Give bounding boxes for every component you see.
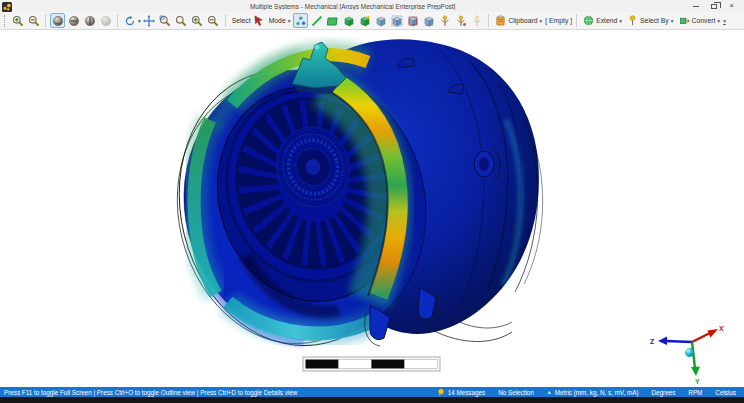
restore-button[interactable] bbox=[711, 4, 717, 9]
face-select-icon[interactable] bbox=[325, 13, 340, 28]
units-menu[interactable]: ▲ Metric (mm, kg, N, s, mV, mA) bbox=[547, 389, 639, 396]
previous-view-icon[interactable] bbox=[98, 13, 113, 28]
triad-origin-sphere bbox=[685, 348, 694, 357]
pick-body-icon[interactable] bbox=[357, 13, 372, 28]
messages-count: 14 Messages bbox=[448, 389, 485, 396]
toolbar-separator bbox=[488, 14, 489, 27]
select-by-dropdown-icon: ▾ bbox=[671, 18, 674, 24]
select-by-pin-icon bbox=[627, 15, 638, 26]
disabled-tool-icon bbox=[469, 13, 484, 28]
status-bar: Press F11 to toggle Full Screen | Press … bbox=[0, 387, 744, 397]
zoom-mode-icon[interactable] bbox=[82, 13, 97, 28]
triad-z-label: Z bbox=[650, 338, 655, 345]
triad-y-label: Y bbox=[695, 378, 700, 385]
rotate-mode-icon[interactable] bbox=[50, 13, 65, 28]
close-button[interactable]: × bbox=[729, 2, 734, 10]
toolbar-separator bbox=[45, 14, 46, 27]
toolbar-overflow-icon[interactable]: ▾ bbox=[723, 18, 726, 24]
clipboard-label: Clipboard bbox=[508, 17, 537, 24]
clipboard-state: [ Empty ] bbox=[545, 17, 572, 24]
toolbar-separator bbox=[576, 14, 577, 27]
units-label: Metric (mm, kg, N, s, mV, mA) bbox=[555, 389, 639, 396]
select-by-dropdown[interactable]: Select By ▾ bbox=[625, 15, 675, 26]
box-select-icon[interactable] bbox=[389, 13, 404, 28]
single-select-icon[interactable] bbox=[373, 13, 388, 28]
engine-model[interactable] bbox=[156, 39, 543, 366]
extend-icon bbox=[583, 15, 594, 26]
messages-button[interactable]: 14 Messages bbox=[437, 388, 485, 396]
isometric-dropdown-icon[interactable]: ▾ bbox=[138, 18, 141, 24]
title-bar: Multiple Systems - Mechanical [Ansys Mec… bbox=[0, 0, 744, 12]
scene-svg[interactable]: X Z Y bbox=[0, 30, 744, 387]
orientation-triad[interactable]: X Z Y bbox=[650, 325, 724, 385]
rotation-unit[interactable]: RPM bbox=[688, 389, 702, 396]
convert-dropdown-icon: ▾ bbox=[717, 18, 720, 24]
selection-status: No Selection bbox=[498, 389, 534, 396]
mode-dropdown-icon: ▾ bbox=[288, 18, 291, 24]
vertex-select-icon[interactable] bbox=[293, 13, 308, 28]
messages-icon bbox=[437, 388, 445, 396]
select-cursor-icon bbox=[253, 15, 264, 26]
toolbar-separator bbox=[117, 14, 118, 27]
zoom-in-icon[interactable] bbox=[10, 13, 25, 28]
body-select-icon[interactable] bbox=[341, 13, 356, 28]
triad-x-label: X bbox=[719, 325, 724, 332]
move-icon[interactable] bbox=[142, 13, 157, 28]
zoom-out-icon[interactable] bbox=[26, 13, 41, 28]
zoom-fit-icon[interactable] bbox=[174, 13, 189, 28]
toolbar-grip[interactable] bbox=[4, 15, 7, 27]
select-label: Select bbox=[232, 17, 251, 24]
lasso-select-icon[interactable] bbox=[421, 13, 436, 28]
extend-dropdown[interactable]: Extend ▾ bbox=[581, 15, 624, 26]
magnifier-in-icon[interactable] bbox=[190, 13, 205, 28]
clipboard-icon bbox=[495, 15, 506, 26]
select-by-label: Select By bbox=[640, 17, 669, 24]
minimize-button[interactable] bbox=[693, 6, 699, 7]
statusbar-right: 14 Messages No Selection ▲ Metric (mm, k… bbox=[437, 388, 736, 396]
ansys-mechanical-window: Multiple Systems - Mechanical [Ansys Mec… bbox=[0, 0, 744, 403]
model-viewport[interactable]: X Z Y bbox=[0, 30, 744, 387]
toolbar-separator bbox=[225, 14, 226, 27]
clipboard-dropdown-icon: ▾ bbox=[540, 18, 543, 24]
temperature-unit[interactable]: Celsius bbox=[715, 389, 736, 396]
box-zoom-icon[interactable] bbox=[158, 13, 173, 28]
convert-icon bbox=[679, 15, 690, 26]
convert-label: Convert bbox=[692, 17, 716, 24]
units-menu-arrow-icon: ▲ bbox=[547, 389, 552, 395]
bottom-strip bbox=[0, 397, 744, 403]
magnifier-out-icon[interactable] bbox=[206, 13, 221, 28]
statusbar-hints: Press F11 to toggle Full Screen | Press … bbox=[4, 389, 297, 396]
box-volume-select-icon[interactable] bbox=[405, 13, 420, 28]
label-flag-icon[interactable] bbox=[437, 13, 452, 28]
isometric-view-icon[interactable] bbox=[122, 13, 137, 28]
window-title: Multiple Systems - Mechanical [Ansys Mec… bbox=[12, 3, 693, 10]
convert-dropdown[interactable]: Convert ▾ bbox=[677, 15, 723, 26]
mode-label: Mode bbox=[269, 17, 286, 24]
clipboard-dropdown[interactable]: Clipboard ▾ bbox=[493, 15, 544, 26]
angle-unit[interactable]: Degrees bbox=[652, 389, 676, 396]
select-button[interactable]: Select bbox=[230, 15, 266, 26]
mode-dropdown[interactable]: Mode ▾ bbox=[267, 17, 293, 24]
window-controls: × bbox=[693, 2, 744, 10]
pan-mode-icon[interactable] bbox=[66, 13, 81, 28]
graphics-toolbar: ▾ Select Mode ▾ Clipboard ▾ bbox=[0, 12, 744, 30]
extend-dropdown-icon: ▾ bbox=[619, 18, 622, 24]
scale-ruler bbox=[303, 357, 440, 371]
edge-select-icon[interactable] bbox=[309, 13, 324, 28]
extend-label: Extend bbox=[596, 17, 617, 24]
probe-flag-icon[interactable] bbox=[453, 13, 468, 28]
app-icon bbox=[2, 2, 12, 12]
